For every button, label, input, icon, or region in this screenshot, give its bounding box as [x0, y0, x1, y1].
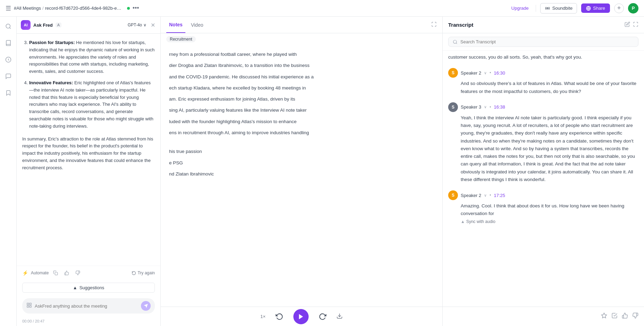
svg-rect-7 — [27, 306, 29, 307]
sidebar-item-analytics[interactable] — [3, 54, 14, 65]
timer-display: 00:00 / 20:47 — [17, 318, 160, 326]
speaker-2-avatar: S — [448, 68, 458, 78]
play-button[interactable] — [293, 309, 309, 324]
transcript-actions — [625, 22, 638, 28]
close-button[interactable]: ✕ — [149, 22, 156, 28]
soundbite-icon — [545, 6, 550, 11]
chat-input-area — [17, 295, 160, 318]
suggestions-area: ▲ Suggestions — [17, 280, 160, 295]
more-icon[interactable]: ••• — [133, 5, 139, 12]
svg-rect-8 — [30, 306, 31, 307]
download-button[interactable] — [336, 313, 343, 320]
notes-line-5: am. Eric expressed enthusiasm for joinin… — [169, 95, 434, 103]
breadcrumb-current[interactable]: record-f67d6720-d566-4de4-982b-e0c... — [45, 6, 122, 11]
label-a: A — [56, 23, 61, 27]
search-box — [448, 37, 638, 47]
item-4-text: Eric highlighted one of Atlas's features… — [29, 80, 153, 129]
thumbs-up-icon[interactable] — [62, 269, 71, 277]
timestamp-2[interactable]: 16:38 — [494, 104, 505, 110]
check-icon[interactable] — [611, 312, 618, 320]
speaker-chevron-2[interactable]: ∨ — [484, 105, 487, 109]
tab-video[interactable]: Video — [188, 17, 206, 33]
svg-rect-5 — [27, 303, 29, 305]
rewind-icon — [276, 313, 283, 320]
notes-line-8: ens in recruitment through AI, aiming to… — [169, 129, 434, 137]
breadcrumb-separator: / — [42, 6, 44, 11]
sidebar-item-bookmark[interactable] — [3, 87, 14, 98]
transcript-partial-text: customer success, you do all sorts. So, … — [448, 53, 638, 61]
add-button[interactable]: + — [614, 3, 624, 13]
transcript-entry-2: S Speaker 3 ∨ • 16:38 Yeah, I think the … — [448, 102, 638, 183]
timestamp-1[interactable]: 16:30 — [494, 70, 505, 76]
download-icon — [336, 313, 343, 319]
speaker-chevron-1[interactable]: ∨ — [484, 71, 487, 75]
transcript-bottom-bar — [443, 307, 644, 326]
speaker-chevron-3[interactable]: ∨ — [484, 193, 487, 198]
speaker-name-1: Speaker 2 — [461, 70, 481, 76]
search-icon — [453, 40, 458, 44]
transcript-entry-3: S Speaker 2 ∨ • 17:25 Amazing. Cool. I t… — [448, 190, 638, 224]
thumbs-down-bottom-icon[interactable] — [632, 312, 638, 320]
avatar[interactable]: P — [628, 3, 638, 14]
thumbs-up-bottom-icon[interactable] — [622, 312, 628, 320]
fullscreen-icon[interactable] — [633, 22, 638, 28]
timestamp-3[interactable]: 17:25 — [494, 193, 505, 198]
sync-with-audio-button[interactable]: Sync with audio — [466, 219, 495, 224]
notes-snippet-2: e PSG — [169, 159, 434, 167]
expand-icon[interactable] — [431, 22, 437, 28]
forward-button[interactable] — [317, 311, 328, 322]
gpt-model-selector[interactable]: GPT-4o ∨ — [128, 23, 147, 27]
item-3-title: Passion for Startups: — [29, 40, 75, 45]
soundbite-button[interactable]: Soundbite — [540, 3, 577, 14]
sidebar-item-chat[interactable] — [3, 71, 14, 82]
left-sidebar — [0, 17, 17, 326]
transcript-search-input[interactable] — [460, 39, 634, 44]
fred-avatar: AI — [21, 20, 31, 30]
suggestions-button[interactable]: ▲ Suggestions — [22, 283, 155, 293]
chat-content: Passion for Startups: He mentioned his l… — [17, 34, 160, 266]
menu-icon[interactable]: ☰ — [6, 5, 11, 12]
notes-actions — [431, 22, 437, 28]
edit-icon[interactable] — [625, 22, 630, 28]
chat-input[interactable] — [35, 303, 138, 309]
star-icon[interactable] — [601, 312, 607, 320]
sidebar-item-search[interactable] — [3, 21, 14, 32]
svg-rect-4 — [55, 272, 58, 275]
upgrade-button[interactable]: Upgrade — [509, 4, 532, 12]
rewind-button[interactable] — [274, 311, 285, 322]
tag-recruitment[interactable]: Recruitment — [166, 36, 196, 42]
chat-input-container — [22, 298, 155, 314]
refresh-icon — [132, 271, 136, 275]
sidebar-item-book[interactable] — [3, 37, 14, 49]
speaker-row-1: S Speaker 2 ∨ • 16:30 — [448, 68, 638, 78]
share-button[interactable]: Share — [581, 3, 610, 13]
suggestions-label: Suggestions — [80, 285, 104, 290]
emoji-icon[interactable] — [26, 302, 32, 309]
svg-rect-6 — [30, 303, 31, 305]
notes-line-2: dier Drogba and Zlatan Ibrahimovic, to a… — [169, 62, 434, 69]
chevron-up-icon: ▲ — [73, 285, 77, 290]
speaker-dot-2: • — [490, 105, 491, 110]
speaker-2-avatar-2: S — [448, 190, 458, 200]
transcript-text-3: Amazing. Cool. I think that about does i… — [461, 202, 638, 218]
notes-bottom-bar: 1× — [161, 307, 442, 326]
tab-notes[interactable]: Notes — [166, 17, 185, 33]
breadcrumb: #All Meetings / record-f67d6720-d566-4de… — [14, 6, 122, 11]
send-button[interactable] — [141, 301, 151, 311]
svg-point-11 — [453, 40, 457, 43]
speaker-dot-3: • — [490, 193, 491, 198]
notes-content: rney from a professional football career… — [161, 45, 442, 307]
transcript-partial-entry: customer success, you do all sorts. So, … — [448, 53, 638, 61]
notes-tags: Recruitment — [161, 33, 442, 45]
speed-button[interactable]: 1× — [260, 314, 266, 319]
ask-fred-label: Ask Fred — [33, 23, 53, 28]
try-again-button[interactable]: Try again — [132, 271, 155, 275]
automate-button[interactable]: Automate — [31, 271, 49, 275]
online-indicator — [127, 7, 130, 10]
copy-icon[interactable] — [51, 269, 60, 277]
svg-marker-9 — [299, 314, 303, 319]
send-icon — [143, 303, 148, 308]
thumbs-down-icon[interactable] — [74, 269, 82, 277]
breadcrumb-root[interactable]: #All Meetings — [14, 6, 41, 11]
list-item: Innovative Features: Eric highlighted on… — [29, 79, 155, 130]
